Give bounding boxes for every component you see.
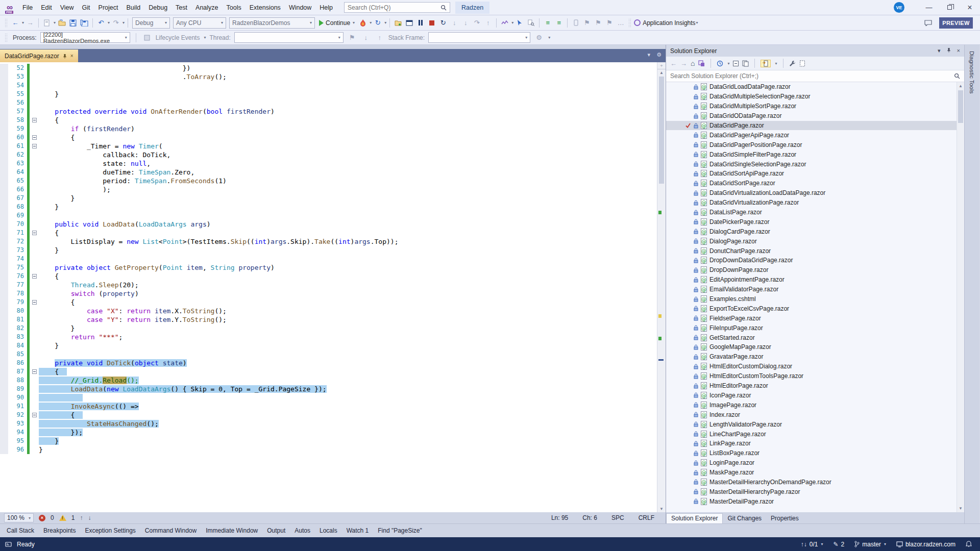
editor-vertical-scrollbar[interactable]: ÷ ▲ ▼ [657, 62, 666, 512]
code-line-86[interactable]: 86 private void DoTick(object state) [0, 359, 657, 367]
file-item[interactable]: @Index.razor [666, 410, 964, 419]
code-line-75[interactable]: 75 private object GetProperty(Point item… [0, 263, 657, 272]
step-out-icon[interactable]: ↑ [483, 17, 493, 29]
se-scroll-up-icon[interactable]: ▲ [957, 84, 964, 88]
space-indicator[interactable]: SPC [611, 514, 624, 521]
toolbar-grip[interactable] [5, 18, 8, 28]
file-item[interactable]: @DataGridVirtualizationPage.razor [666, 198, 964, 208]
sync-with-active-document-icon[interactable] [761, 60, 771, 67]
window-tab-autos[interactable]: Autos [290, 527, 315, 534]
code-line-88[interactable]: 88 //_Grid.Reload(); [0, 376, 657, 385]
file-item[interactable]: @DropDownDataGridPage.razor [666, 256, 964, 265]
debugbar-grip[interactable] [5, 33, 8, 42]
code-line-91[interactable]: 91 InvokeAsync(() => [0, 402, 657, 411]
open-file-icon[interactable] [57, 17, 67, 29]
preview-features-button[interactable]: PREVIEW [939, 17, 973, 29]
file-item[interactable]: @GravatarPage.razor [666, 352, 964, 362]
git-sync-status[interactable]: ↑↓ 0/1 ▾ [801, 541, 823, 548]
stack-frame-dropdown[interactable]: ▾ [428, 32, 530, 43]
solution-configuration-dropdown[interactable]: Debug▾ [132, 17, 170, 29]
break-all-window-icon[interactable] [404, 17, 414, 29]
code-line-71[interactable]: 71 { [0, 229, 657, 237]
code-line-81[interactable]: 81 case "Y": return item.Y.ToString(); [0, 315, 657, 324]
file-item[interactable]: @ListBoxPage.razor [666, 448, 964, 458]
tool-tab-git-changes[interactable]: Git Changes [723, 514, 766, 523]
code-line-90[interactable]: 90 [0, 393, 657, 402]
solution-explorer-search-box[interactable] [666, 70, 964, 82]
file-item[interactable]: @MasterDetailHierarchyPage.razor [666, 487, 964, 496]
code-line-57[interactable]: 57 protected override void OnAfterRender… [0, 107, 657, 116]
code-line-64[interactable]: 64 dueTime: TimeSpan.Zero, [0, 168, 657, 177]
next-thread-icon[interactable]: ↑ [375, 32, 385, 43]
code-line-62[interactable]: 62 callback: DoTick, [0, 151, 657, 159]
flag-threads-icon[interactable]: ⚑ [347, 32, 357, 43]
next-issue-icon[interactable]: ↓ [88, 514, 91, 521]
scrollbar-thumb[interactable] [659, 77, 664, 184]
file-item[interactable]: @EmailValidatorPage.razor [666, 285, 964, 294]
code-line-74[interactable]: 74 [0, 255, 657, 263]
navigate-back-dropdown[interactable]: ▾ [22, 20, 24, 25]
user-avatar[interactable]: VE [894, 2, 904, 13]
code-line-53[interactable]: 53 .ToArray(); [0, 72, 657, 81]
code-line-85[interactable]: 85 [0, 350, 657, 359]
file-item[interactable]: @LoginPage.razor [666, 458, 964, 468]
undo-icon[interactable]: ↶ [96, 17, 106, 29]
se-home-icon[interactable]: ⌂ [691, 59, 695, 67]
file-item[interactable]: @DataListPage.razor [666, 208, 964, 217]
code-line-87[interactable]: 87 { [0, 367, 657, 376]
code-line-55[interactable]: 55 } [0, 90, 657, 98]
break-all-icon[interactable] [415, 17, 426, 29]
menu-help[interactable]: Help [315, 0, 337, 15]
code-line-93[interactable]: 93 StateHasChanged(); [0, 419, 657, 428]
se-scroll-down-icon[interactable]: ▼ [957, 506, 964, 511]
restart-app-icon[interactable]: ↻ [373, 17, 383, 29]
window-tab-find-pagesize-[interactable]: Find "PageSize" [373, 527, 427, 534]
code-line-92[interactable]: 92 { [0, 411, 657, 419]
file-item[interactable]: @HtmlEditorPage.razor [666, 381, 964, 391]
menu-tools[interactable]: Tools [223, 0, 246, 15]
code-line-63[interactable]: 63 state: null, [0, 159, 657, 168]
find-in-files-icon[interactable] [526, 17, 536, 29]
browser-link-icon[interactable] [393, 17, 403, 29]
tab-datagridpage-razor[interactable]: DataGridPage.razor × [0, 49, 78, 62]
file-item[interactable]: @MasterDetailPage.razor [666, 496, 964, 506]
close-tab-icon[interactable]: × [70, 53, 74, 59]
column-indicator[interactable]: Ch: 6 [582, 514, 597, 521]
restart-debugging-icon[interactable]: ↻ [438, 17, 448, 29]
unsaved-changes-status[interactable]: ✎ 2 [833, 541, 844, 548]
close-window-icon[interactable]: × [957, 47, 960, 54]
show-all-files-icon[interactable] [799, 60, 805, 67]
code-line-52[interactable]: 52 }) [0, 64, 657, 72]
file-item[interactable]: @Examples.cshtml [666, 294, 964, 304]
file-item[interactable]: @EditAppointmentPage.razor [666, 275, 964, 285]
window-tab-exception-settings[interactable]: Exception Settings [80, 527, 140, 534]
window-tab-immediate-window[interactable]: Immediate Window [201, 527, 262, 534]
file-item[interactable]: @LineChartPage.razor [666, 429, 964, 439]
menu-extensions[interactable]: Extensions [246, 0, 285, 15]
selection-pointer-icon[interactable] [514, 17, 525, 29]
solution-platform-dropdown[interactable]: Any CPU▾ [173, 17, 226, 29]
file-item[interactable]: @HtmlEditorCustomDialog.razor [666, 362, 964, 371]
quick-search-box[interactable] [344, 2, 450, 13]
device-preview-icon[interactable] [571, 17, 581, 29]
thread-dropdown[interactable]: ▾ [234, 32, 344, 43]
file-item[interactable]: @FieldsetPage.razor [666, 313, 964, 323]
send-feedback-icon[interactable] [923, 17, 933, 29]
file-item[interactable]: @GetStarted.razor [666, 333, 964, 342]
scroll-up-icon[interactable]: ▲ [657, 70, 666, 75]
splitter-handle-icon[interactable]: ÷ [657, 62, 666, 69]
menu-window[interactable]: Window [285, 0, 315, 15]
code-line-61[interactable]: 61 _Timer = new Timer( [0, 142, 657, 151]
code-line-80[interactable]: 80 case "X": return item.X.ToString(); [0, 307, 657, 315]
file-item[interactable]: @GoogleMapPage.razor [666, 342, 964, 352]
file-item[interactable]: @DataGridVirtualizationLoadDataPage.razo… [666, 188, 964, 198]
menu-view[interactable]: View [56, 0, 78, 15]
menu-radzen[interactable]: Radzen [455, 2, 489, 14]
code-line-84[interactable]: 84 } [0, 341, 657, 350]
line-indicator[interactable]: Ln: 95 [551, 514, 568, 521]
pin-window-icon[interactable] [947, 47, 951, 54]
window-position-icon[interactable]: ▾ [938, 47, 941, 54]
window-tab-locals[interactable]: Locals [315, 527, 342, 534]
bookmark-clear-icon[interactable]: ⚑ [604, 17, 615, 29]
tool-tab-solution-explorer[interactable]: Solution Explorer [666, 513, 723, 523]
